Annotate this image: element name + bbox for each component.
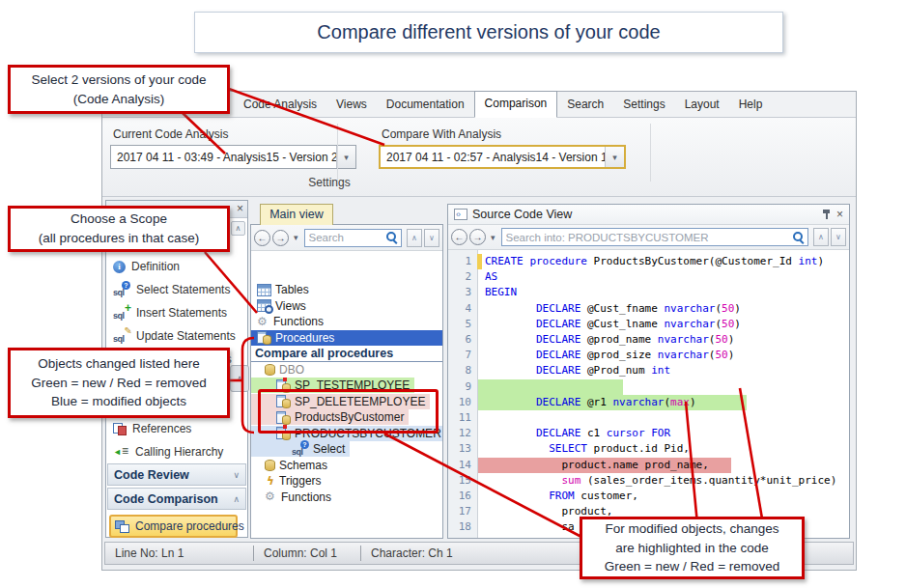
back-button[interactable]: ← <box>451 229 467 245</box>
search-into-input[interactable] <box>502 232 790 243</box>
code-editor[interactable]: 1CREATE procedure ProductsByCustomer(@Cu… <box>448 250 849 538</box>
trigger-icon <box>265 475 275 488</box>
tab-layout[interactable]: Layout <box>675 93 729 117</box>
scope-item-update-statements[interactable]: Update Statements <box>106 324 247 348</box>
next-match-button[interactable]: ∨ <box>424 229 439 247</box>
forward-button[interactable]: → <box>272 230 289 246</box>
status-character: Character: Ch 1 <box>361 546 463 560</box>
search-icon[interactable] <box>793 232 805 243</box>
scope-item-select-statements[interactable]: Select Statements <box>106 278 247 301</box>
back-button[interactable]: ← <box>254 230 270 246</box>
code-line-6: 6 DECLARE @prod_name nvarchar(50) <box>448 332 849 348</box>
line-number: 17 <box>448 504 471 519</box>
tree-item-inner: DBO <box>251 362 309 378</box>
line-number: 1 <box>448 254 471 269</box>
group-header-code-review[interactable]: Code Review∨ <box>107 463 246 486</box>
line-number: 2 <box>448 269 471 285</box>
code-line-8: 8 DECLARE @Prod_num int <box>448 363 849 378</box>
sql-update-icon <box>113 330 130 343</box>
tab-comparison[interactable]: Comparison <box>474 91 558 118</box>
pin-icon[interactable] <box>822 209 831 220</box>
previous-match-button[interactable]: ∧ <box>407 229 422 247</box>
chevron-down-icon[interactable]: ▾ <box>491 233 495 242</box>
tab-documentation[interactable]: Documentation <box>377 93 474 117</box>
tree-item-procedures[interactable]: Procedures <box>251 330 442 346</box>
group-header-code-comparison[interactable]: Code Comparison∧ <box>107 488 246 510</box>
line-number: 8 <box>448 363 471 378</box>
callout-line: Select 2 versions of your code <box>32 70 207 90</box>
code-text: DECLARE @Prod_num int <box>485 363 670 378</box>
tree-item-functions[interactable]: Functions <box>251 490 442 505</box>
search-icon[interactable] <box>386 232 398 243</box>
search-input[interactable] <box>305 232 383 243</box>
line-number: 5 <box>448 317 471 332</box>
code-text: CREATE procedure ProductsByCustomer(@Cus… <box>485 254 824 269</box>
chevron-down-icon[interactable]: ▾ <box>294 233 298 242</box>
code-line-11: 11 <box>448 410 849 426</box>
calling-icon <box>113 446 129 458</box>
tab-help[interactable]: Help <box>729 93 773 117</box>
chevron-down-icon[interactable]: ▾ <box>336 146 355 168</box>
ribbon-group-label: Settings <box>102 176 556 189</box>
code-line-3: 3BEGIN <box>448 285 849 300</box>
collapse-chevron-icon[interactable]: ∧ <box>231 221 245 236</box>
scope-item-calling-hierarchy[interactable]: Calling Hierarchy <box>106 440 247 463</box>
collapse-chevron-icon[interactable]: ∧ <box>230 365 249 392</box>
tree-item-tables[interactable]: Tables <box>251 282 442 297</box>
code-text: sa <box>485 519 575 535</box>
tab-views[interactable]: Views <box>326 93 377 117</box>
code-text: AS <box>485 269 497 285</box>
close-icon[interactable]: × <box>836 209 843 220</box>
close-icon[interactable]: × <box>237 201 243 216</box>
chevron-down-icon[interactable]: ▾ <box>605 147 624 167</box>
code-text: DECLARE @prod_size nvarchar(50) <box>485 348 734 363</box>
tab-settings[interactable]: Settings <box>613 93 674 117</box>
windows-icon <box>115 520 129 533</box>
main-view-toolbar: ← → ▾ ∧ ∨ <box>251 225 442 251</box>
tab-main-view[interactable]: Main view <box>260 204 333 225</box>
code-line-13: 13 SELECT product.id Pid, <box>448 441 849 457</box>
next-match-button[interactable]: ∨ <box>831 228 846 246</box>
code-line-12: 12 DECLARE c1 cursor FOR <box>448 426 849 441</box>
callout-line: Objects changed listed here <box>38 354 199 374</box>
line-number: 16 <box>448 489 471 504</box>
tree-item-select[interactable]: Select <box>251 441 442 457</box>
callout-line: Green = new / Red = removed <box>605 557 780 576</box>
tree-item-inner: Functions <box>251 314 328 329</box>
code-line-2: 2AS <box>448 269 849 285</box>
scope-item-label: Update Statements <box>136 329 236 343</box>
line-number: 14 <box>448 458 471 473</box>
chevron-down-icon: ∨ <box>233 470 240 480</box>
line-number: 7 <box>448 348 471 363</box>
tab-code-analysis[interactable]: Code Analysis <box>234 93 326 117</box>
previous-match-button[interactable]: ∧ <box>813 228 829 246</box>
tree-item-functions[interactable]: Functions <box>251 314 442 329</box>
tree-item-schemas[interactable]: Schemas <box>251 458 442 473</box>
scope-item-insert-statements[interactable]: Insert Statements <box>106 301 247 324</box>
tree-item-inner: Tables <box>251 282 314 297</box>
code-line-5: 5 DECLARE @Cust_lname nvarchar(50) <box>448 317 849 332</box>
callout-line: Blue = modified objects <box>51 392 186 411</box>
scope-item-label: Insert Statements <box>136 306 227 320</box>
scope-item-definition[interactable]: Definition <box>106 255 247 278</box>
line-number: 11 <box>448 410 471 426</box>
forward-button[interactable]: → <box>469 229 486 245</box>
tab-search[interactable]: Search <box>557 93 613 117</box>
tree-item-dbo[interactable]: DBO <box>251 362 442 378</box>
tree-item-views[interactable]: Views <box>251 298 442 314</box>
tree-item-inner: Functions <box>251 490 336 505</box>
current-analysis-combobox[interactable]: 2017 04 11 - 03:49 - Analysis15 - Versio… <box>110 145 356 169</box>
code-line-1: 1CREATE procedure ProductsByCustomer(@Cu… <box>448 254 849 269</box>
tree-item-triggers[interactable]: Triggers <box>251 473 442 489</box>
source-view-panel: Source Code View × ← → ▾ ∧ ∨ 1CREATE pro… <box>447 204 850 539</box>
tree-item-inner: Schemas <box>251 458 332 473</box>
compare-with-analysis-combobox[interactable]: 2017 04 11 - 02:57 - Analysis14 - Versio… <box>379 145 626 169</box>
info-icon <box>113 261 126 273</box>
views-icon <box>257 299 271 312</box>
compare-procedures-button[interactable]: Compare procedures <box>109 515 238 538</box>
code-line-15: 15 sum (sales_order_items.quantity*unit_… <box>448 473 849 489</box>
scope-item-references[interactable]: References <box>106 417 247 440</box>
gear-icon <box>265 490 277 503</box>
tree-item-label: Schemas <box>279 459 327 472</box>
code-line-9: 9 <box>448 379 849 395</box>
